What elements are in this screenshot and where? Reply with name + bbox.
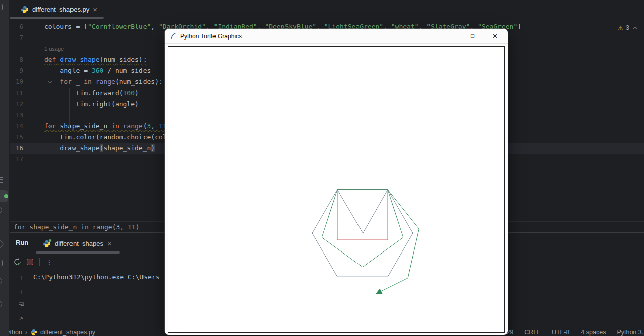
chevron-right-icon: › (25, 329, 27, 336)
turtle-shape-hexagon (312, 190, 413, 277)
python-file-icon (21, 6, 29, 14)
turtle-shape-heptagon-partial (337, 190, 419, 294)
run-icon (4, 194, 8, 198)
divider (39, 258, 40, 266)
close-icon[interactable]: × (107, 240, 112, 247)
line-number: 11 (10, 88, 23, 99)
fold-chevron-icon[interactable] (23, 76, 44, 88)
gutter-spacer (23, 65, 44, 76)
gutter-spacer (23, 32, 44, 43)
warning-count: 3 (626, 24, 629, 31)
settings-icon[interactable] (0, 301, 2, 307)
inspections-widget[interactable]: ⚠ 3 (615, 23, 640, 33)
turtle-window-title: Python Turtle Graphics (180, 33, 242, 40)
warning-icon: ⚠ (618, 24, 624, 32)
more-options-icon[interactable]: ⋮ (46, 258, 53, 266)
rerun-button[interactable] (13, 258, 22, 266)
status-widget[interactable]: UTF-8 (552, 329, 569, 336)
gutter-spacer (23, 110, 44, 121)
gutter-spacer (23, 132, 44, 143)
turtle-graphics-window: Python Turtle Graphics – □ × (165, 29, 508, 335)
code-text: 1 usage (44, 43, 64, 54)
console-output[interactable]: C:\Python312\python.exe C:\Users (33, 273, 159, 281)
line-number: 12 (10, 99, 23, 110)
prev-occurrence-icon[interactable]: ↑ (17, 273, 26, 282)
project-icon[interactable] (0, 4, 3, 10)
gutter-spacer (23, 43, 44, 54)
run-panel-title: Run (16, 239, 28, 246)
gutter-spacer (23, 154, 44, 165)
line-number: 10 (10, 76, 23, 88)
code-text: for shape_side_n in range(3, 11): (44, 121, 174, 132)
line-number: 7 (10, 32, 23, 43)
divider (0, 15, 9, 15)
turtle-shape-pentagon (322, 190, 403, 267)
gutter-spacer (23, 21, 44, 32)
code-text: draw_shape(shape_side_n) (44, 143, 155, 154)
line-number: 8 (10, 54, 23, 65)
services-icon[interactable] (0, 224, 3, 229)
turtle-canvas (168, 46, 505, 333)
line-number: 9 (10, 65, 23, 76)
status-breadcrumb[interactable]: Python › different_shapes.py (3, 329, 95, 336)
stop-button[interactable] (27, 259, 33, 265)
gutter-spacer (23, 143, 44, 154)
status-widgets: 16:29CRLFUTF-84 spacesPython 3.12 (497, 329, 644, 336)
terminal-icon[interactable] (0, 260, 3, 266)
chevron-up-icon[interactable] (633, 26, 637, 30)
fold-chevron-icon[interactable] (23, 121, 44, 132)
console-gutter: ↑ ↓ > (10, 270, 33, 327)
fold-chevron-icon[interactable] (23, 54, 44, 65)
run-tab-scrollbar-thumb[interactable] (36, 251, 120, 254)
line-number: 17 (10, 154, 23, 165)
tab-scrollbar-thumb[interactable] (10, 17, 104, 19)
code-text: tim.forward(100) (44, 88, 139, 99)
status-widget[interactable]: 4 spaces (581, 329, 606, 336)
status-widget[interactable]: CRLF (524, 329, 541, 336)
editor-tab-bar: different_shapes.py × (10, 0, 644, 19)
activity-bar (0, 0, 9, 336)
gutter-spacer (23, 99, 44, 110)
tab-different-shapes[interactable]: different_shapes.py × (15, 0, 103, 19)
tk-feather-icon (169, 32, 177, 40)
status-widget[interactable]: Python 3.12 (617, 329, 644, 336)
scroll-to-end-icon[interactable]: > (17, 313, 26, 322)
turtle-shape-triangle (337, 190, 388, 233)
python-file-icon (30, 329, 37, 336)
line-number: 14 (10, 121, 23, 132)
python-run-icon (43, 240, 51, 248)
minimize-button[interactable]: – (439, 29, 461, 44)
line-number: 16 (10, 143, 23, 154)
line-number: 6 (10, 21, 23, 32)
run-tab-label: different_shapes (55, 240, 103, 247)
code-text: tim.right(angle) (44, 99, 139, 110)
code-text: def draw_shape(num_sides): (44, 54, 147, 65)
line-number: 13 (10, 110, 23, 121)
python-console-icon[interactable] (0, 207, 2, 213)
code-text: for _ in range(num_sides): (44, 76, 163, 88)
turtle-title-bar[interactable]: Python Turtle Graphics – □ × (165, 29, 508, 44)
tab-label: different_shapes.py (32, 6, 89, 13)
window-controls: – □ × (439, 29, 507, 44)
run-tab-different-shapes[interactable]: different_shapes × (39, 235, 116, 252)
structure-icon[interactable] (0, 177, 3, 183)
pycharm-window: different_shapes.py × 6colours = ["Cornf… (0, 0, 644, 336)
running-indicator-dot (48, 239, 52, 242)
soft-wrap-icon[interactable] (17, 300, 26, 309)
line-number (10, 43, 23, 54)
code-text: angle = 360 / num_sides (44, 65, 151, 76)
breadcrumb-file[interactable]: different_shapes.py (40, 329, 95, 336)
turtle-drawing (168, 47, 504, 332)
line-number: 15 (10, 132, 23, 143)
problems-icon[interactable] (0, 278, 2, 284)
next-occurrence-icon[interactable]: ↓ (17, 286, 26, 295)
gutter-spacer (23, 88, 44, 99)
packages-icon[interactable] (0, 239, 4, 248)
turtle-cursor (376, 289, 382, 294)
close-icon[interactable]: × (93, 6, 97, 13)
maximize-button[interactable]: □ (461, 28, 484, 43)
close-button[interactable]: × (484, 29, 507, 44)
indent-guide (69, 88, 70, 131)
